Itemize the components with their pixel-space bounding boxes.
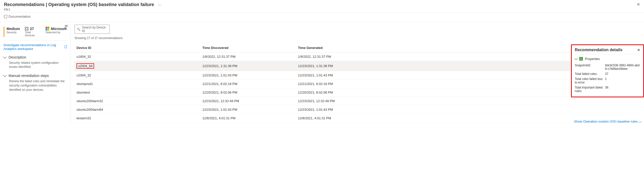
documentation-label: Documentation (9, 15, 30, 18)
show-baseline-rules-label: Show Operation system (OS) baseline rule… (574, 120, 638, 123)
summary-row: Medium Severity 27 Total Devices Microso… (4, 25, 67, 41)
property-label: Total failed rules: (575, 72, 605, 76)
remediation-section: Manual remediation steps Review the fail… (4, 74, 67, 92)
cell-device-id: u2004_32 (74, 71, 200, 79)
device-icon (25, 27, 28, 31)
cell-time-discovered: 12/8/2021, 4:01:31 PM (200, 114, 296, 122)
more-icon[interactable]: ⋯ (158, 3, 161, 7)
cell-time-discovered: 12/23/2021, 1:01:43 PM (200, 71, 296, 79)
property-label: Total important failed rules: (575, 86, 605, 93)
panel-section-label: Properties (585, 57, 600, 61)
microsoft-logo-icon (46, 27, 49, 31)
external-link-icon (4, 15, 7, 18)
table-row[interactable]: sbomprod112/21/2021, 6:02:18 PM12/21/202… (74, 79, 640, 88)
chevron-down-icon (574, 56, 578, 60)
severity-label: Severity (7, 31, 20, 34)
cell-time-discovered: 12/23/2021, 12:32:49 PM (200, 97, 296, 105)
result-count: Showing 27 of 27 recommendations (74, 36, 640, 40)
close-icon[interactable]: ✕ (637, 48, 640, 52)
devices-label: Total Devices (25, 31, 41, 37)
cell-time-discovered: 12/23/2021, 1:01:43 PM (200, 105, 296, 114)
property-value: 8dc9c538-3962-4600-abd9-c7b66dc09eee (605, 64, 640, 71)
property-value: 36 (605, 86, 640, 93)
table-row[interactable]: ubuntu2004arm6412/23/2021, 1:01:43 PM12/… (74, 105, 640, 114)
cell-time-discovered: 12/21/2021, 6:02:18 PM (200, 79, 296, 88)
breadcrumb: Kfir1 (4, 8, 640, 11)
search-icon: 🔍 (77, 27, 81, 31)
property-row: Total rules failed duo to error:1 (575, 76, 640, 85)
cell-device-id: sbomtest (74, 88, 200, 97)
content: 🔍 Search by Device ID Showing 27 of 27 r… (70, 22, 644, 123)
severity-value: Medium (7, 27, 20, 31)
external-link-icon (65, 46, 67, 48)
remediation-body: Review the failed rules and remediate th… (4, 78, 67, 92)
property-row: Total important failed rules:36 (575, 85, 640, 94)
col-device-id[interactable]: Device ID (74, 43, 200, 52)
table-row[interactable]: u2004_6412/23/2021, 1:31:38 PM12/23/2021… (74, 61, 640, 71)
properties-icon (579, 57, 583, 61)
remediation-title: Manual remediation steps (9, 74, 49, 78)
chevron-down-icon (3, 73, 7, 77)
cell-time-discovered: 12/23/2021, 1:31:38 PM (200, 61, 296, 71)
investigate-link-label: Investigate recommendations in Log Analy… (4, 43, 64, 51)
description-title: Description (9, 55, 26, 59)
cell-device-id: ubuntu2004arm32 (74, 97, 200, 105)
cell-time-generated: 12/23/2021, 12:32:49 PM (296, 97, 640, 105)
cell-device-id: u1804_32 (74, 52, 200, 61)
remediation-header[interactable]: Manual remediation steps (4, 74, 67, 78)
search-input[interactable]: 🔍 Search by Device ID (74, 25, 110, 34)
collapse-icon[interactable]: ≪ (64, 24, 68, 28)
cell-time-discovered: 12/20/2021, 8:02:06 PM (200, 88, 296, 97)
property-row: SnapshotId:8dc9c538-3962-4600-abd9-c7b66… (575, 63, 640, 71)
page-title: Recommendations | Operating system (OS) … (4, 2, 154, 7)
recommendation-details-panel: Recommendation details ✕ Properties Snap… (571, 44, 644, 97)
detected-label: Detected by (46, 31, 67, 34)
description-header[interactable]: Description (4, 55, 67, 59)
table-row[interactable]: ubuntu2004arm3212/23/2021, 12:32:49 PM12… (74, 97, 640, 105)
cell-device-id: u2004_64 (74, 61, 200, 71)
close-icon[interactable]: ✕ (637, 2, 640, 7)
device-id-highlight: u2004_64 (77, 63, 94, 69)
description-section: Description Security related system conf… (4, 55, 67, 69)
recommendations-table: Device ID Time Discovered Time Generated… (74, 43, 640, 123)
toolbar: Documentation (0, 13, 644, 22)
severity-bar (4, 27, 5, 37)
property-label: Total rules failed duo to error: (575, 77, 605, 84)
property-value: 1 (605, 77, 640, 84)
cell-device-id: ubuntu2004arm64 (74, 105, 200, 114)
devices-value: 27 (30, 27, 34, 31)
cell-device-id: testarm32 (74, 114, 200, 122)
panel-properties-header[interactable]: Properties (575, 57, 640, 61)
col-time-discovered[interactable]: Time Discovered (200, 43, 296, 52)
sidebar: ≪ Medium Severity 27 Total Devices (0, 22, 70, 123)
property-value: 37 (605, 72, 640, 76)
cell-time-discovered: 1/9/2022, 12:31:37 PM (200, 52, 296, 61)
table-row[interactable]: u2004_3212/23/2021, 1:01:43 PM12/23/2021… (74, 71, 640, 79)
investigate-link[interactable]: Investigate recommendations in Log Analy… (4, 43, 67, 51)
show-baseline-rules-link[interactable]: Show Operation system (OS) baseline rule… (574, 120, 641, 123)
external-link-icon (639, 122, 641, 123)
description-body: Security related system configuration is… (4, 59, 67, 69)
documentation-link[interactable]: Documentation (4, 15, 30, 18)
chevron-down-icon (3, 55, 7, 58)
cell-device-id: sbomprod1 (74, 79, 200, 88)
property-row: Total failed rules:37 (575, 71, 640, 76)
table-row[interactable]: sbomtest12/20/2021, 8:02:06 PM12/20/2021… (74, 88, 640, 97)
search-placeholder: Search by Device ID (82, 26, 107, 33)
table-row[interactable]: testarm3212/8/2021, 4:01:31 PM12/8/2021,… (74, 114, 640, 122)
cell-time-generated: 12/23/2021, 1:01:43 PM (296, 105, 640, 114)
property-label: SnapshotId: (575, 64, 605, 71)
page-header: Recommendations | Operating system (OS) … (0, 0, 644, 13)
table-row[interactable]: u1804_321/9/2022, 12:31:37 PM1/9/2022, 1… (74, 52, 640, 61)
panel-title: Recommendation details (575, 48, 622, 52)
